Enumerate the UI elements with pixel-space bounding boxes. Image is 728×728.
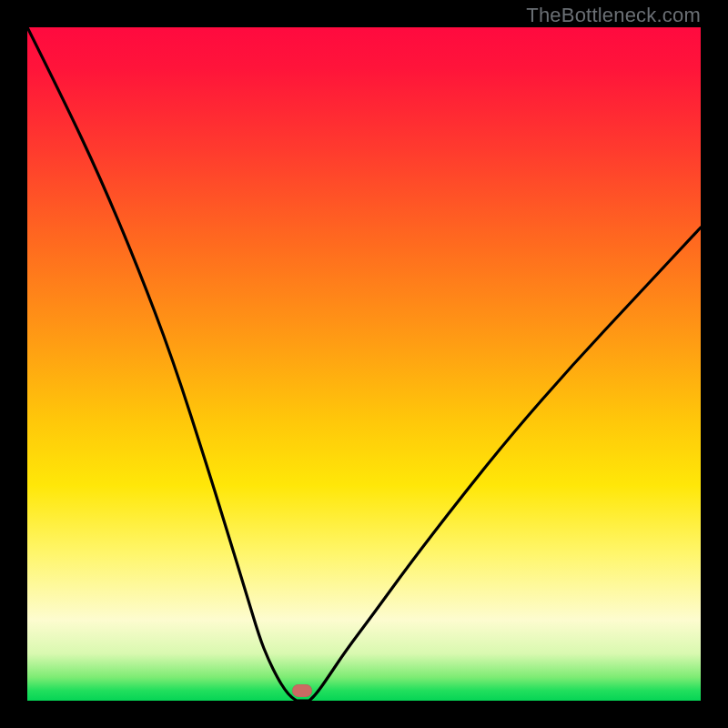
chart-frame: TheBottleneck.com: [0, 0, 728, 728]
optimal-point-marker: [292, 684, 312, 697]
plot-area: [27, 27, 701, 701]
watermark-text: TheBottleneck.com: [526, 4, 701, 27]
bottleneck-curve: [27, 27, 701, 701]
